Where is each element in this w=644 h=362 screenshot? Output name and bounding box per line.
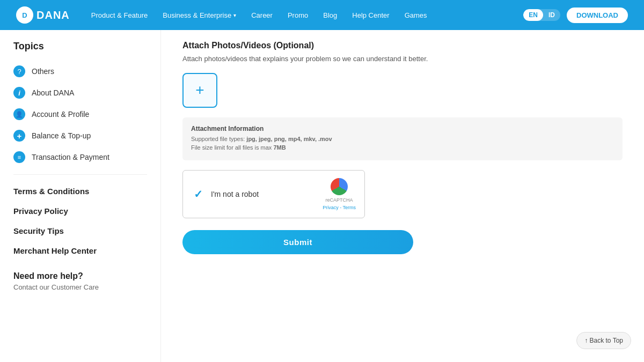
sidebar-divider [13, 174, 147, 175]
sidebar-privacy-policy[interactable]: Privacy Policy [13, 201, 147, 221]
checkmark-icon: ✓ [194, 188, 203, 201]
download-button[interactable]: DOWNLOAD [567, 8, 628, 23]
sidebar-security-tips[interactable]: Security Tips [13, 221, 147, 241]
lang-en-button[interactable]: EN [523, 9, 543, 21]
navbar: D DANA Product & Feature Business & Ente… [0, 0, 644, 30]
recaptcha-privacy-links[interactable]: Privacy - Terms [323, 205, 356, 210]
attachment-file-size: File size limit for all files is max 7MB [191, 144, 614, 151]
nav-business-enterprise[interactable]: Business & Enterprise ▾ [163, 11, 236, 19]
nav-product-feature[interactable]: Product & Feature [91, 11, 148, 19]
recaptcha-text: reCAPTCHA [326, 197, 353, 203]
recaptcha-branding: reCAPTCHA Privacy - Terms [323, 178, 356, 210]
plus-circle-icon: + [13, 130, 25, 142]
nav-games[interactable]: Games [405, 11, 427, 19]
upload-plus-icon: + [195, 83, 204, 98]
back-to-top-button[interactable]: ↑ Back to Top [576, 332, 631, 349]
doc-icon: ≡ [13, 151, 25, 163]
sidebar-item-transaction-payment[interactable]: ≡ Transaction & Payment [13, 146, 147, 168]
sidebar-item-others[interactable]: ? Others [13, 61, 147, 82]
main-content: Attach Photos/Videos (Optional) Attach p… [161, 30, 644, 362]
nav-right: EN ID DOWNLOAD [523, 8, 628, 23]
lang-id-button[interactable]: ID [543, 9, 560, 21]
sidebar-label-about-dana: About DANA [32, 88, 74, 97]
sidebar-label-account-profile: Account & Profile [32, 110, 89, 119]
recaptcha-left: ✓ I'm not a robot [192, 188, 259, 201]
language-toggle: EN ID [523, 9, 560, 21]
upload-box[interactable]: + [182, 73, 217, 108]
question-icon: ? [13, 65, 25, 77]
recaptcha-logo-icon [331, 178, 348, 195]
info-icon: i [13, 87, 25, 99]
need-more-help-title: Need more help? [13, 271, 147, 281]
attachment-file-types: Supported file types: jpg, jpeg, png, mp… [191, 136, 614, 142]
need-more-help-section: Need more help? Contact our Customer Car… [13, 271, 147, 291]
recaptcha-widget[interactable]: ✓ I'm not a robot reCAPTCHA Privacy - Te… [182, 170, 365, 218]
person-icon: 👤 [13, 108, 25, 120]
logo-icon: D [16, 6, 33, 24]
recaptcha-label: I'm not a robot [211, 190, 259, 198]
attachment-info-box: Attachment Information Supported file ty… [182, 117, 623, 160]
sidebar-merchant-help[interactable]: Merchant Help Center [13, 241, 147, 261]
sidebar-label-others: Others [32, 67, 54, 76]
attachment-info-title: Attachment Information [191, 125, 614, 132]
submit-button[interactable]: Submit [182, 230, 413, 254]
nav-help-center[interactable]: Help Center [352, 11, 389, 19]
sidebar-item-account-profile[interactable]: 👤 Account & Profile [13, 104, 147, 125]
sidebar: Topics ? Others i About DANA 👤 Account &… [0, 30, 161, 362]
chevron-down-icon: ▾ [233, 12, 236, 18]
sidebar-item-about-dana[interactable]: i About DANA [13, 82, 147, 104]
attach-desc: Attach photos/videos that explains your … [182, 54, 623, 64]
recaptcha-checkbox[interactable]: ✓ [192, 188, 204, 201]
nav-blog[interactable]: Blog [323, 11, 337, 19]
sidebar-label-transaction-payment: Transaction & Payment [32, 153, 109, 161]
customer-care-subtitle: Contact our Customer Care [13, 283, 147, 291]
topics-label: Topics [13, 41, 147, 52]
back-to-top-label: ↑ Back to Top [584, 337, 623, 344]
nav-links: Product & Feature Business & Enterprise … [91, 11, 524, 19]
nav-career[interactable]: Career [251, 11, 273, 19]
attach-title: Attach Photos/Videos (Optional) [182, 41, 623, 50]
sidebar-terms-conditions[interactable]: Terms & Conditions [13, 181, 147, 201]
sidebar-label-balance-topup: Balance & Top-up [32, 131, 91, 140]
logo[interactable]: D DANA [16, 6, 70, 24]
nav-promo[interactable]: Promo [288, 11, 308, 19]
logo-text: DANA [36, 9, 70, 21]
main-layout: Topics ? Others i About DANA 👤 Account &… [0, 30, 644, 362]
sidebar-item-balance-topup[interactable]: + Balance & Top-up [13, 125, 147, 146]
